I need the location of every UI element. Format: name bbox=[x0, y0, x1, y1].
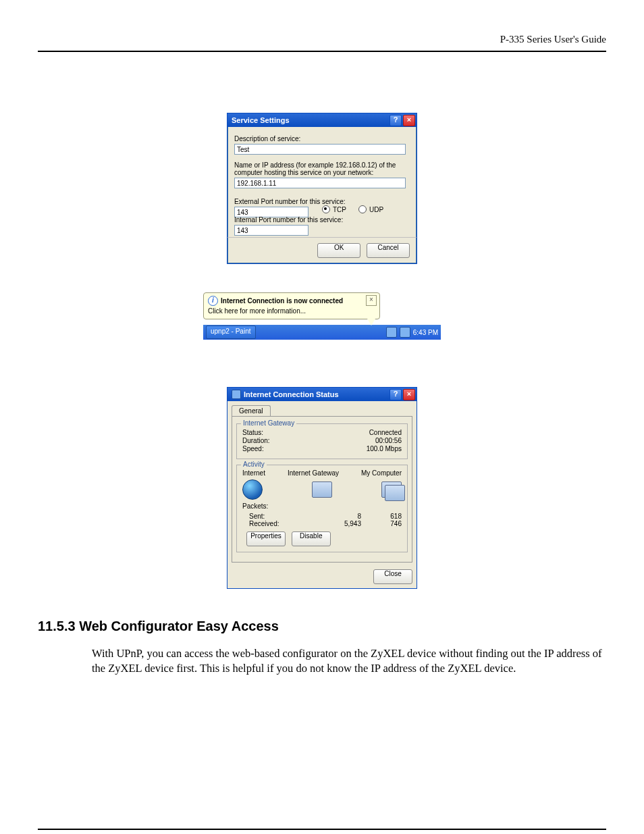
close-icon[interactable]: × bbox=[403, 389, 415, 400]
received-gateway: 5,943 bbox=[321, 520, 361, 527]
tcp-radio[interactable] bbox=[322, 205, 330, 213]
system-tray: 6:43 PM bbox=[386, 327, 438, 338]
speed-value: 100.0 Mbps bbox=[367, 445, 402, 452]
sent-computer: 618 bbox=[361, 513, 402, 520]
balloon-title: Internet Connection is now connected bbox=[221, 297, 343, 305]
connection-status-titlebar: Internet Connection Status ? × bbox=[227, 388, 417, 401]
disable-button[interactable]: Disable bbox=[292, 531, 331, 546]
description-input[interactable] bbox=[234, 144, 406, 155]
duration-key: Duration: bbox=[242, 437, 270, 444]
section-heading: 11.5.3 Web Configurator Easy Access bbox=[38, 619, 606, 634]
tray-network-icon[interactable] bbox=[386, 327, 397, 338]
help-icon[interactable]: ? bbox=[390, 389, 402, 400]
col-internet: Internet bbox=[242, 469, 265, 477]
balloon-body: Click here for more information... bbox=[208, 307, 375, 315]
tray-notification-figure: i Internet Connection is now connected C… bbox=[38, 292, 606, 340]
address-input[interactable] bbox=[234, 178, 406, 188]
external-port-label: External Port number for this service: bbox=[234, 198, 410, 205]
tcp-label: TCP bbox=[333, 206, 346, 213]
service-settings-titlebar: Service Settings ? × bbox=[227, 113, 417, 127]
service-settings-dialog: Service Settings ? × Description of serv… bbox=[227, 113, 417, 264]
mycomputer-icon bbox=[381, 481, 402, 498]
connection-status-figure: Internet Connection Status ? × General I… bbox=[38, 387, 606, 589]
col-mycomputer: My Computer bbox=[361, 469, 402, 477]
tab-general[interactable]: General bbox=[232, 405, 271, 416]
close-icon[interactable]: × bbox=[403, 115, 415, 126]
tray-clock: 6:43 PM bbox=[413, 329, 438, 336]
udp-radio[interactable] bbox=[358, 205, 367, 213]
gateway-legend: Internet Gateway bbox=[241, 419, 296, 427]
network-icon bbox=[232, 390, 241, 399]
cancel-button[interactable]: Cancel bbox=[367, 243, 410, 258]
col-gateway: Internet Gateway bbox=[288, 469, 339, 477]
dialog-title: Internet Connection Status bbox=[244, 388, 339, 401]
activity-group: Activity Internet Internet Gateway My Co… bbox=[236, 465, 408, 552]
internal-port-input[interactable] bbox=[234, 225, 308, 236]
status-value: Connected bbox=[369, 429, 402, 436]
tray-connection-icon[interactable] bbox=[400, 327, 410, 338]
packets-label: Packets: bbox=[242, 502, 402, 510]
service-settings-figure: Service Settings ? × Description of serv… bbox=[38, 113, 606, 264]
dialog-title: Service Settings bbox=[232, 113, 290, 127]
properties-button[interactable]: Properties bbox=[246, 531, 286, 546]
gateway-group: Internet Gateway Status:Connected Durati… bbox=[236, 423, 408, 459]
activity-legend: Activity bbox=[241, 461, 267, 468]
description-label: Description of service: bbox=[234, 135, 410, 142]
balloon-close-icon[interactable]: × bbox=[366, 295, 377, 306]
speed-key: Speed: bbox=[242, 445, 264, 452]
udp-label: UDP bbox=[369, 206, 383, 213]
close-button[interactable]: Close bbox=[373, 569, 412, 584]
connection-status-dialog: Internet Connection Status ? × General I… bbox=[227, 387, 417, 589]
internal-port-label: Internal Port number for this service: bbox=[234, 216, 410, 224]
notification-balloon[interactable]: i Internet Connection is now connected C… bbox=[203, 292, 380, 319]
taskbar-app-button[interactable]: upnp2 - Paint bbox=[206, 325, 256, 339]
document-footer: Chapter 11 UPnP 169 bbox=[38, 829, 606, 834]
general-panel: Internet Gateway Status:Connected Durati… bbox=[232, 416, 412, 563]
sent-key: Sent: bbox=[242, 513, 321, 520]
status-key: Status: bbox=[242, 429, 263, 436]
taskbar: upnp2 - Paint 6:43 PM bbox=[203, 325, 441, 340]
received-key: Received: bbox=[242, 520, 321, 527]
duration-value: 00:00:56 bbox=[375, 437, 402, 444]
section-paragraph: With UPnP, you can access the web-based … bbox=[92, 646, 606, 677]
gateway-pc-icon bbox=[312, 481, 332, 498]
help-icon[interactable]: ? bbox=[390, 115, 402, 126]
sent-gateway: 8 bbox=[321, 513, 361, 520]
document-header: P-335 Series User's Guide bbox=[38, 34, 606, 52]
received-computer: 746 bbox=[361, 520, 402, 527]
address-label: Name or IP address (for example 192.168.… bbox=[234, 161, 410, 176]
info-icon: i bbox=[208, 296, 218, 306]
globe-icon bbox=[242, 479, 263, 500]
ok-button[interactable]: OK bbox=[317, 243, 360, 258]
